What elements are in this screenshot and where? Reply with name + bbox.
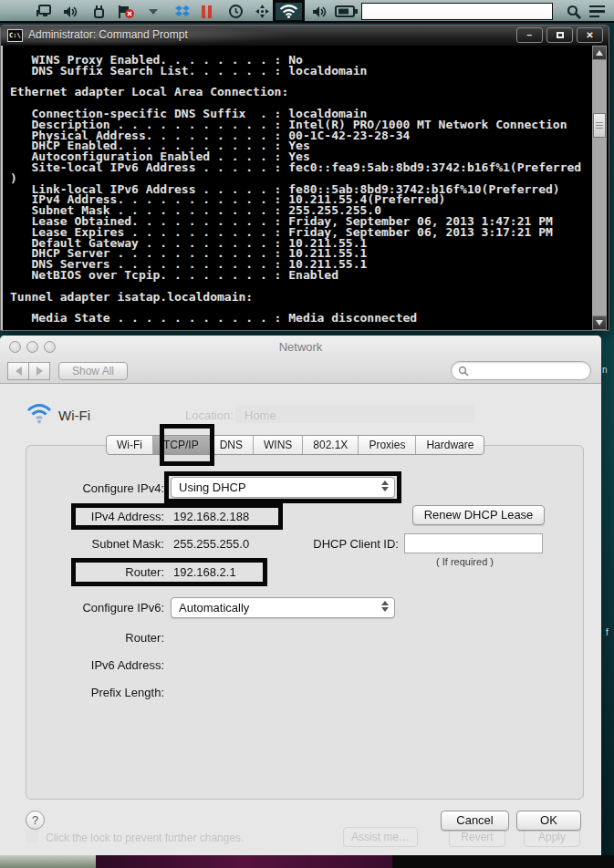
configure-ipv6-value: Automatically xyxy=(179,601,249,615)
wifi-icon[interactable] xyxy=(279,5,298,18)
spotlight-icon[interactable] xyxy=(564,0,584,23)
sound-icon[interactable] xyxy=(308,0,330,23)
lock-hint-label: Click the lock to prevent further change… xyxy=(46,832,244,844)
search-input[interactable] xyxy=(451,361,591,380)
wifi-service-icon xyxy=(26,402,52,424)
forward-button[interactable] xyxy=(28,362,50,380)
maximize-icon xyxy=(557,32,564,38)
configure-ipv6-popup[interactable]: Automatically xyxy=(171,597,395,618)
console-line: Tunnel adapter isatap.localdomain: xyxy=(10,292,253,303)
scroll-down-arrow-icon[interactable] xyxy=(592,315,607,330)
notification-center-icon[interactable] xyxy=(589,0,613,23)
subnet-mask-label: Subnet Mask: xyxy=(0,537,164,551)
power-adapter-icon[interactable] xyxy=(88,0,109,23)
cancel-button[interactable]: Cancel xyxy=(441,811,509,831)
prefix-length-label: Prefix Length: xyxy=(0,686,164,699)
command-prompt-window: C:\ Administrator: Command Prompt − ✕ WI… xyxy=(0,25,609,331)
crossed-arrows-icon[interactable] xyxy=(252,0,272,23)
bottom-desktop-strip xyxy=(0,855,614,868)
wifi-menu-annotation-box xyxy=(273,0,305,23)
scroll-up-arrow-icon[interactable] xyxy=(592,46,607,60)
back-icon xyxy=(16,367,22,376)
forward-icon xyxy=(36,367,43,376)
configure-ipv4-label: Configure IPv4: xyxy=(0,481,164,495)
renew-dhcp-lease-button[interactable]: Renew DHCP Lease xyxy=(412,505,545,525)
dhcp-client-id-hint: ( If required ) xyxy=(436,556,494,567)
console-output: WINS Proxy Enabled. . . . . . . . : No D… xyxy=(1,46,609,330)
tab-hardware[interactable]: Hardware xyxy=(416,436,484,454)
console-line: Site-local IPv6 Address . . . . . : fec0… xyxy=(10,162,581,173)
tab-proxies[interactable]: Proxies xyxy=(359,436,416,454)
chevron-down-icon[interactable] xyxy=(144,0,162,23)
dhcp-client-id-field[interactable] xyxy=(404,533,543,553)
tab-wins[interactable]: WINS xyxy=(254,436,303,454)
console-line: Ethernet adapter Local Area Connection: xyxy=(10,87,288,98)
tcpip-tab-annotation-box xyxy=(160,424,214,466)
router-annotation-box xyxy=(71,558,267,586)
maximize-button[interactable] xyxy=(546,27,573,43)
cmd-title-bar[interactable]: C:\ Administrator: Command Prompt − ✕ xyxy=(1,26,609,46)
tab-8021x[interactable]: 802.1X xyxy=(303,436,359,454)
close-button[interactable]: ✕ xyxy=(577,27,603,43)
tab-wifi[interactable]: Wi-Fi xyxy=(107,436,153,454)
back-button[interactable] xyxy=(7,362,29,380)
scrollbar-thumb[interactable] xyxy=(593,113,606,138)
popup-stepper-icon xyxy=(381,601,389,612)
ipv6-address-label: IPv6 Address: xyxy=(0,658,164,672)
configure-ipv4-annotation-box xyxy=(164,471,401,503)
service-name-label: Wi-Fi xyxy=(58,408,90,423)
minimize-button[interactable]: − xyxy=(516,27,543,43)
tab-dns[interactable]: DNS xyxy=(210,436,254,454)
battery-icon[interactable] xyxy=(332,0,359,23)
time-machine-icon[interactable] xyxy=(224,0,247,23)
dhcp-client-id-label: DHCP Client ID: xyxy=(274,537,399,551)
search-icon xyxy=(458,366,469,377)
network-preferences-window: Network Show All Location: Home Status: … xyxy=(0,336,601,855)
parallels-pause-icon[interactable] xyxy=(198,0,214,23)
configure-ipv6-label: Configure IPv6: xyxy=(0,601,164,615)
console-line: NetBIOS over Tcpip. . . . . . . . : Enab… xyxy=(10,270,338,281)
help-button[interactable]: ? xyxy=(26,811,45,830)
volume-icon[interactable] xyxy=(59,0,81,23)
dropbox-icon[interactable] xyxy=(172,0,193,23)
desktop: C:\ Administrator: Command Prompt − ✕ WI… xyxy=(0,0,614,868)
desktop-fragment: f xyxy=(606,627,609,637)
assist-me-button: Assist me… xyxy=(343,827,418,847)
desktop-fragment: n xyxy=(602,365,608,375)
window-title: Network xyxy=(0,340,601,354)
subnet-mask-value: 255.255.255.0 xyxy=(173,537,249,551)
cmd-window-title: Administrator: Command Prompt xyxy=(28,28,188,41)
ipv4-address-annotation-box xyxy=(71,503,283,530)
cmd-prompt-icon: C:\ xyxy=(7,29,23,42)
console-line: DNS Suffix Search List. . . . . . : loca… xyxy=(10,66,367,77)
ipv6-router-label: Router: xyxy=(0,631,164,645)
network-error-flag-icon[interactable] xyxy=(114,0,138,23)
menu-bar xyxy=(0,0,614,23)
shared-devices-icon[interactable] xyxy=(33,0,55,23)
console-scrollbar[interactable] xyxy=(592,46,607,330)
ok-button[interactable]: OK xyxy=(516,811,581,831)
location-value: Home xyxy=(245,408,276,422)
console-line: Media State . . . . . . . . . . . : Medi… xyxy=(10,313,417,324)
location-label: Location: xyxy=(185,408,234,422)
network-title-bar[interactable]: Network Show All xyxy=(0,336,601,384)
redaction-box xyxy=(361,3,553,20)
show-all-button[interactable]: Show All xyxy=(58,362,128,380)
